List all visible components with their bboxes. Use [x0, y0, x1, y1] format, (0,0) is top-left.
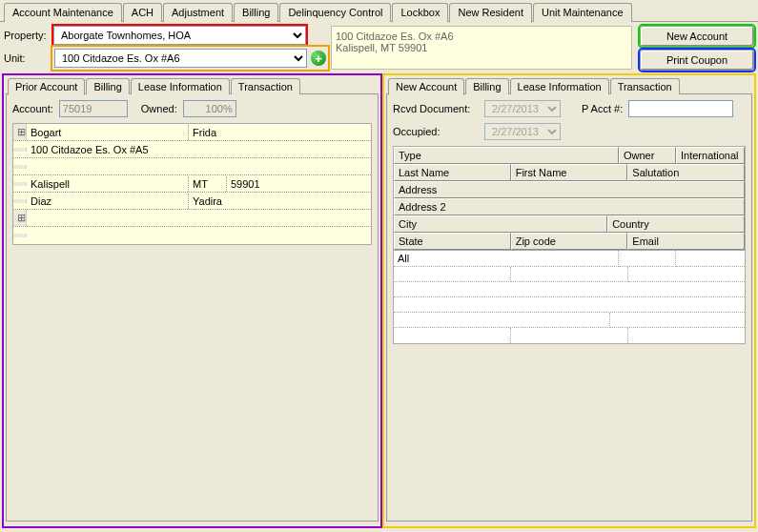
data-cell[interactable]	[394, 297, 745, 313]
new-account-grid: Type Owner International Last Name First…	[393, 146, 746, 344]
subtab-new-account[interactable]: New Account	[388, 78, 464, 95]
grid-cell-firstname2[interactable]: Yadira	[189, 194, 371, 209]
tab-adjustment[interactable]: Adjustment	[163, 3, 233, 22]
data-cell-type[interactable]: All	[394, 251, 619, 267]
owned-label: Owned:	[141, 103, 177, 114]
pacct-field[interactable]	[628, 100, 733, 117]
col-lastname[interactable]: Last Name	[394, 164, 511, 181]
col-country[interactable]: Country	[607, 215, 745, 233]
pacct-label: P Acct #:	[582, 103, 623, 114]
address-line1: 100 Citdazoe Es. Ox #A6	[336, 31, 627, 42]
col-address2[interactable]: Address 2	[394, 198, 745, 215]
tab-lockbox[interactable]: Lockbox	[392, 3, 448, 22]
address-preview: 100 Citdazoe Es. Ox #A6 Kalispell, MT 59…	[331, 26, 632, 70]
account-field	[59, 100, 128, 117]
account-label: Account:	[12, 103, 53, 114]
print-coupon-button[interactable]: Print Coupon	[640, 50, 754, 71]
grid-cell-address2[interactable]	[27, 165, 371, 169]
main-tab-strip: Account Maintenance ACH Adjustment Billi…	[0, 0, 758, 21]
grid-cell-lastname2[interactable]: Diaz	[27, 194, 189, 209]
address-line2: Kalispell, MT 59901	[336, 42, 627, 53]
col-address[interactable]: Address	[394, 181, 745, 198]
rcvd-doc-date: 2/27/2013	[484, 100, 561, 117]
tab-unit-maintenance[interactable]: Unit Maintenance	[533, 3, 632, 22]
tab-billing[interactable]: Billing	[234, 3, 278, 22]
expand-spacer	[13, 199, 27, 203]
expand-icon[interactable]: ⊞	[13, 124, 27, 140]
subtab-billing-left[interactable]: Billing	[86, 78, 129, 94]
unit-select[interactable]: 100 Citdazoe Es. Ox #A6	[54, 49, 307, 68]
grid-cell-city[interactable]: Kalispell	[27, 176, 189, 192]
data-cell-intl[interactable]	[676, 251, 745, 267]
unit-label: Unit:	[4, 52, 53, 64]
data-cell[interactable]	[394, 328, 511, 343]
property-label: Property:	[4, 30, 53, 41]
expand-spacer	[13, 165, 27, 169]
subtab-lease-info-left[interactable]: Lease Information	[131, 78, 230, 94]
prior-account-grid: ⊞ Bogart Frida 100 Citdazoe Es. Ox #A5	[12, 123, 372, 245]
subtab-billing-right[interactable]: Billing	[465, 78, 508, 94]
col-city[interactable]: City	[394, 215, 607, 233]
grid-cell-empty[interactable]	[27, 216, 371, 220]
col-intl[interactable]: International	[676, 147, 745, 164]
data-cell[interactable]	[394, 267, 511, 282]
grid-cell-address1[interactable]: 100 Citdazoe Es. Ox #A5	[27, 142, 371, 157]
col-type[interactable]: Type	[394, 147, 619, 164]
tab-account-maintenance[interactable]: Account Maintenance	[4, 3, 122, 22]
data-cell[interactable]	[628, 328, 745, 343]
col-state[interactable]: State	[394, 233, 511, 250]
tab-new-resident[interactable]: New Resident	[449, 3, 531, 23]
new-account-button[interactable]: New Account	[640, 26, 754, 47]
grid-cell-lastname[interactable]: Bogart	[27, 125, 189, 140]
occupied-date: 2/27/2013	[484, 123, 561, 140]
subtab-lease-info-right[interactable]: Lease Information	[510, 78, 609, 94]
owned-field	[183, 100, 236, 117]
property-select[interactable]: Aborgate Townhomes, HOA	[53, 26, 306, 45]
data-cell-owner[interactable]	[619, 251, 676, 267]
data-cell[interactable]	[628, 267, 745, 282]
col-owner[interactable]: Owner	[619, 147, 676, 164]
tab-ach[interactable]: ACH	[123, 3, 162, 22]
grid-cell-zip[interactable]: 59901	[227, 176, 371, 192]
data-cell[interactable]	[394, 282, 745, 297]
subtab-transaction-left[interactable]: Transaction	[231, 78, 300, 94]
prior-account-panel: Prior Account Billing Lease Information …	[4, 75, 380, 526]
expand-icon[interactable]: ⊞	[13, 210, 27, 226]
grid-cell-firstname[interactable]: Frida	[189, 125, 371, 140]
expand-spacer	[13, 182, 27, 186]
subtab-transaction-right[interactable]: Transaction	[610, 78, 680, 94]
data-cell[interactable]	[511, 328, 628, 343]
data-cell[interactable]	[610, 313, 745, 328]
grid-cell-empty[interactable]	[27, 234, 371, 237]
data-cell[interactable]	[511, 267, 628, 282]
col-firstname[interactable]: First Name	[511, 164, 628, 181]
expand-spacer	[13, 234, 27, 237]
occupied-label: Occupied:	[393, 126, 479, 137]
rcvd-doc-label: Rcvd Document:	[393, 103, 479, 114]
add-unit-icon[interactable]: +	[311, 51, 326, 66]
tab-body: Property: Aborgate Townhomes, HOA Unit: …	[0, 21, 758, 532]
col-zip[interactable]: Zip code	[511, 233, 628, 250]
grid-cell-state[interactable]: MT	[189, 176, 227, 192]
new-account-panel: New Account Billing Lease Information Tr…	[384, 75, 754, 526]
data-cell[interactable]	[394, 313, 610, 328]
tab-delinquency-control[interactable]: Delinquency Control	[279, 3, 391, 22]
col-salutation[interactable]: Salutation	[627, 164, 745, 181]
expand-spacer	[13, 148, 27, 152]
col-email[interactable]: Email	[627, 233, 745, 250]
subtab-prior-account[interactable]: Prior Account	[8, 78, 85, 95]
